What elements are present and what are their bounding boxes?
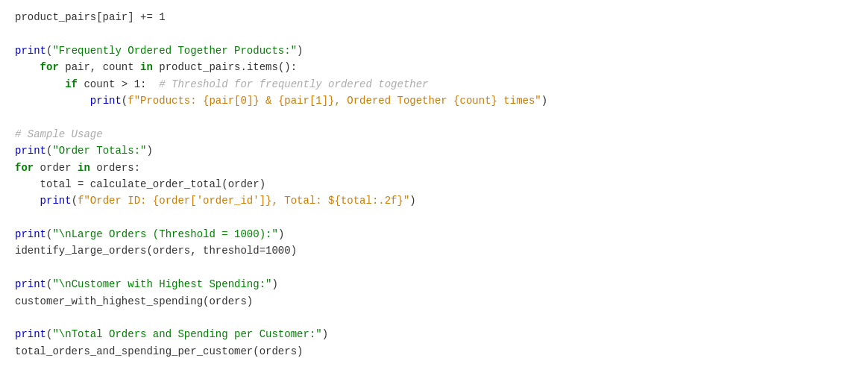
code-token: if <box>65 76 78 93</box>
code-token: in <box>140 59 153 75</box>
code-token: in <box>78 160 90 176</box>
code-token: total = calculate_order_total(order) <box>15 176 265 192</box>
code-token: ) <box>271 276 277 292</box>
code-token: product_pairs[pair] += 1 <box>15 9 166 25</box>
code-token: ( <box>122 93 128 109</box>
code-token <box>15 192 40 209</box>
code-token: count > 1: <box>78 76 159 93</box>
code-line: print("Frequently Ordered Together Produ… <box>15 43 853 59</box>
code-token: for <box>15 160 34 176</box>
code-token <box>15 93 90 109</box>
code-token: "Frequently Ordered Together Products:" <box>52 43 297 59</box>
code-token: ( <box>46 326 52 342</box>
code-line: print("Order Totals:") <box>15 142 853 159</box>
code-token: "\nCustomer with Highest Spending:" <box>52 276 271 292</box>
code-token: f"Products: {pair[0]} & {pair[1]}, Order… <box>128 93 541 109</box>
code-token: product_pairs.items(): <box>153 59 297 75</box>
code-token: print <box>15 226 46 242</box>
code-token: total_orders_and_spending_per_customer(o… <box>15 343 303 360</box>
code-line <box>15 260 853 276</box>
code-line: for pair, count in product_pairs.items()… <box>15 59 853 75</box>
code-line: product_pairs[pair] += 1 <box>15 9 853 25</box>
code-line: print(f"Products: {pair[0]} & {pair[1]},… <box>15 93 853 109</box>
code-line: print("\nLarge Orders (Threshold = 1000)… <box>15 226 853 242</box>
code-token: pair, count <box>59 59 140 75</box>
code-line: # Sample Usage <box>15 126 853 142</box>
code-line: print(f"Order ID: {order['order_id']}, T… <box>15 192 853 209</box>
code-token: ) <box>541 93 547 109</box>
code-content: product_pairs[pair] += 1 print("Frequent… <box>0 6 868 373</box>
code-token: ( <box>46 226 52 242</box>
code-token: ( <box>46 142 52 159</box>
code-token: print <box>15 326 46 342</box>
code-line: print("\nTotal Orders and Spending per C… <box>15 326 853 342</box>
code-token: ) <box>278 226 284 242</box>
code-token: ( <box>46 43 52 59</box>
code-editor: product_pairs[pair] += 1 print("Frequent… <box>0 0 868 373</box>
code-line: total_orders_and_spending_per_customer(o… <box>15 343 853 360</box>
code-token: identify_large_orders(orders, threshold=… <box>15 242 297 259</box>
code-token: for <box>40 59 59 75</box>
code-line: for order in orders: <box>15 160 853 176</box>
code-line: customer_with_highest_spending(orders) <box>15 293 853 310</box>
code-line <box>15 360 853 373</box>
code-token: order <box>34 160 78 176</box>
code-token: f"Order ID: {order['order_id']}, Total: … <box>78 192 409 209</box>
code-line <box>15 210 853 226</box>
code-line: identify_large_orders(orders, threshold=… <box>15 242 853 259</box>
code-token <box>15 59 40 75</box>
code-token: "Order Totals:" <box>52 142 146 159</box>
code-token: ) <box>297 43 303 59</box>
code-token: orders: <box>90 160 140 176</box>
code-token: "\nLarge Orders (Threshold = 1000):" <box>52 226 277 242</box>
code-token: "\nTotal Orders and Spending per Custome… <box>52 326 321 342</box>
code-line: if count > 1: # Threshold for frequently… <box>15 76 853 93</box>
code-token: print <box>15 142 46 159</box>
code-line <box>15 109 853 125</box>
code-token: ) <box>322 326 328 342</box>
code-line <box>15 310 853 326</box>
code-token: # Threshold for frequently ordered toget… <box>159 76 428 93</box>
code-token <box>15 76 65 93</box>
code-line: print("\nCustomer with Highest Spending:… <box>15 276 853 292</box>
code-token: print <box>90 93 122 109</box>
code-line: total = calculate_order_total(order) <box>15 176 853 192</box>
code-token: ) <box>409 192 415 209</box>
code-token: ( <box>46 276 52 292</box>
code-token: # Sample Usage <box>15 126 103 142</box>
code-line <box>15 25 853 42</box>
code-token: ) <box>146 142 152 159</box>
code-token: print <box>40 192 72 209</box>
code-token: customer_with_highest_spending(orders) <box>15 293 253 310</box>
code-token: ( <box>72 192 78 209</box>
code-token: print <box>15 276 46 292</box>
code-token: print <box>15 43 46 59</box>
